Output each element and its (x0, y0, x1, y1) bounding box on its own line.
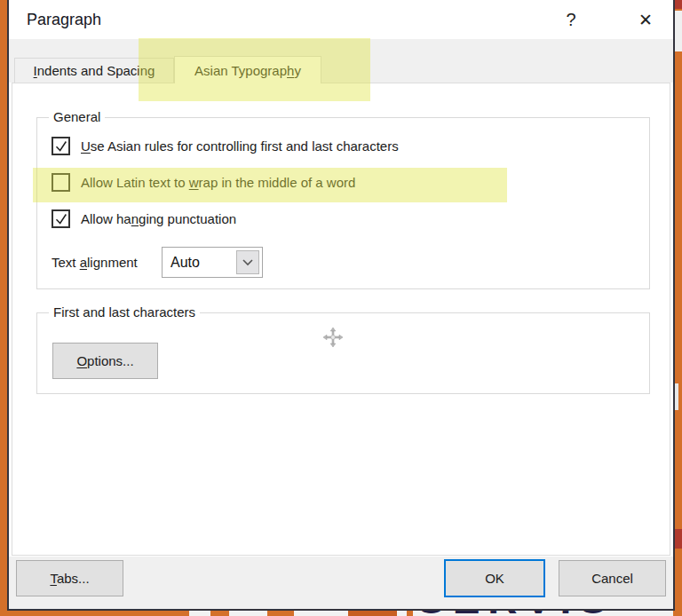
close-button[interactable]: ✕ (630, 0, 661, 39)
tabs-button-label: Tabs... (50, 571, 89, 586)
dialog-button-bar: Tabs... OK Cancel (9, 557, 673, 609)
hanging-punctuation-checkbox[interactable] (52, 209, 70, 228)
text-alignment-label: Text alignment (52, 255, 162, 270)
general-group-label: General (49, 109, 105, 124)
asian-rules-checkbox[interactable] (52, 137, 70, 155)
help-button[interactable]: ? (558, 0, 584, 39)
ok-button-label: OK (485, 571, 504, 586)
latin-wrap-label: Allow Latin text to wrap in the middle o… (81, 175, 355, 190)
first-last-groupbox: First and last characters Options... (36, 312, 650, 394)
chevron-down-icon (242, 259, 253, 266)
text-alignment-row: Text alignment Auto (52, 247, 263, 278)
cancel-button[interactable]: Cancel (559, 560, 666, 596)
general-groupbox: General Use Asian rules for controlling … (36, 117, 650, 289)
dropdown-button[interactable] (236, 250, 259, 274)
close-icon: ✕ (638, 10, 653, 30)
tab-asian-typography[interactable]: Asian Typography (174, 56, 321, 83)
text-alignment-dropdown[interactable]: Auto (162, 247, 263, 278)
tab-indents-and-spacing[interactable]: Indents and Spacing (14, 58, 174, 83)
move-cursor-icon (322, 327, 344, 348)
tab-label: Indents and Spacing (34, 63, 155, 78)
hanging-punctuation-label: Allow hanging punctuation (81, 211, 236, 226)
text-alignment-value: Auto (170, 248, 200, 277)
slide-accent-segment (675, 11, 682, 51)
latin-wrap-row: Allow Latin text to wrap in the middle o… (52, 173, 355, 192)
tab-strip: Indents and Spacing Asian Typography (9, 39, 673, 83)
tab-label: Asian Typography (194, 63, 301, 78)
asian-rules-row: Use Asian rules for controlling first an… (52, 137, 399, 155)
tabs-button[interactable]: Tabs... (16, 560, 123, 596)
dialog-titlebar: Paragraph ? ✕ (9, 0, 673, 39)
tab-page-asian-typography: General Use Asian rules for controlling … (12, 83, 670, 556)
check-icon (54, 212, 67, 225)
asian-rules-label: Use Asian rules for controlling first an… (81, 138, 399, 154)
check-icon (54, 139, 67, 153)
cancel-button-label: Cancel (591, 571, 633, 586)
latin-wrap-checkbox[interactable] (52, 173, 70, 192)
slide-edge-right (675, 0, 682, 616)
slide-accent-segment (675, 0, 682, 9)
ok-button[interactable]: OK (444, 559, 545, 597)
dialog-title: Paragraph (27, 0, 101, 39)
slide-accent-segment (675, 529, 682, 549)
options-button-label: Options... (76, 353, 133, 368)
options-button[interactable]: Options... (52, 343, 158, 379)
first-last-group-label: First and last characters (49, 304, 200, 320)
slide-accent-segment (675, 383, 678, 410)
slide-edge-left (0, 0, 7, 616)
hanging-punctuation-row: Allow hanging punctuation (52, 209, 236, 228)
paragraph-dialog: Paragraph ? ✕ Indents and Spacing Asian … (7, 0, 675, 611)
help-icon: ? (566, 10, 575, 30)
